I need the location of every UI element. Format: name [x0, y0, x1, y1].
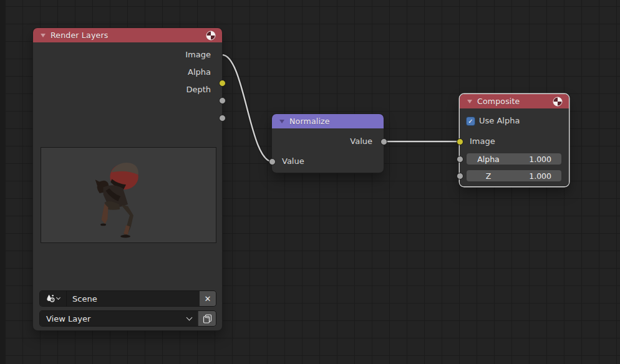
node-title: Composite	[477, 97, 548, 106]
use-alpha-checkbox[interactable]: ✓	[467, 117, 475, 125]
view-layer-browse-button[interactable]	[198, 311, 216, 326]
socket-input-alpha[interactable]	[457, 156, 463, 163]
scene-selector-row: Scene ✕	[40, 291, 216, 306]
render-layers-body: Image Alpha Depth	[33, 42, 222, 330]
alpha-field-value: 1.000	[510, 155, 561, 164]
scene-icon	[46, 294, 55, 303]
preview-character-figure	[41, 148, 216, 242]
view-layer-dropdown[interactable]: View Layer	[40, 311, 198, 326]
alpha-value-field[interactable]: Alpha 1.000	[467, 153, 561, 165]
checkmark-icon: ✓	[468, 117, 473, 125]
use-alpha-label: Use Alpha	[479, 115, 520, 127]
collapse-arrow-icon[interactable]	[41, 34, 46, 37]
socket-input-z[interactable]	[457, 173, 463, 180]
input-label-value: Value	[272, 155, 384, 168]
node-render-layers[interactable]: Render Layers Image Alpha Depth	[33, 28, 222, 330]
scene-datablock-button[interactable]	[40, 291, 66, 306]
node-editor-canvas[interactable]: Render Layers Image Alpha Depth	[0, 0, 620, 364]
collapse-arrow-icon[interactable]	[279, 120, 284, 123]
output-label-alpha: Alpha	[33, 66, 222, 79]
node-normalize[interactable]: Normalize Value Value	[272, 114, 384, 173]
node-composite[interactable]: Composite ✓ Use Alpha Image Alpha 1.000 …	[460, 94, 569, 186]
scene-name-field[interactable]: Scene	[66, 291, 200, 306]
view-layer-value: View Layer	[46, 314, 187, 323]
z-field-label: Z	[467, 171, 510, 181]
input-label-image: Image	[460, 135, 569, 148]
socket-input-value[interactable]	[269, 158, 276, 165]
socket-output-image[interactable]	[219, 80, 226, 87]
socket-output-value[interactable]	[380, 138, 387, 145]
editor-edge-strip	[0, 0, 5, 364]
render-preview-image	[41, 147, 216, 243]
z-field-value: 1.000	[510, 171, 561, 181]
composite-body: ✓ Use Alpha Image Alpha 1.000 Z 1.000	[460, 108, 569, 186]
render-layers-header[interactable]: Render Layers	[33, 28, 222, 42]
normalize-body: Value Value	[272, 128, 384, 173]
render-result-icon	[206, 31, 216, 41]
socket-output-alpha[interactable]	[219, 97, 226, 104]
render-result-icon	[553, 97, 563, 107]
chevron-down-icon	[186, 315, 193, 321]
wire-image-to-normalize	[222, 55, 272, 161]
alpha-field-label: Alpha	[467, 155, 510, 164]
socket-output-depth[interactable]	[219, 115, 226, 122]
composite-header[interactable]: Composite	[460, 94, 569, 108]
z-value-field[interactable]: Z 1.000	[467, 170, 561, 181]
output-label-depth: Depth	[33, 84, 222, 96]
node-title: Normalize	[289, 117, 377, 126]
view-layer-icon	[203, 314, 212, 323]
node-title: Render Layers	[51, 31, 201, 40]
clear-scene-button[interactable]: ✕	[200, 291, 216, 306]
chevron-down-icon	[56, 295, 61, 300]
view-layer-row: View Layer	[40, 311, 216, 326]
normalize-header[interactable]: Normalize	[272, 114, 384, 128]
socket-input-image[interactable]	[457, 138, 463, 145]
output-label-value: Value	[272, 135, 384, 148]
output-label-image: Image	[33, 49, 222, 61]
collapse-arrow-icon[interactable]	[467, 100, 472, 103]
